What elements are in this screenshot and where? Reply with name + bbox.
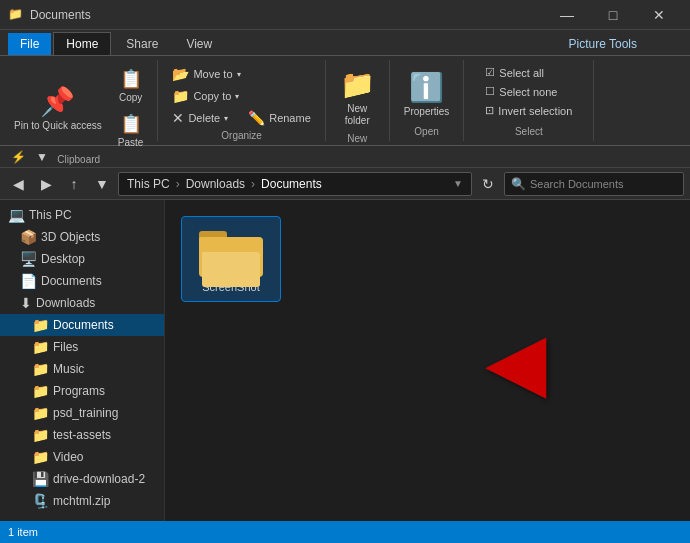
sidebar-icon-13: 🗜️: [32, 493, 49, 509]
select-none-icon: ☐: [485, 85, 495, 98]
move-icon: 📂: [172, 66, 189, 82]
select-all-icon: ☑: [485, 66, 495, 79]
open-buttons: ℹ️ Properties: [398, 64, 456, 124]
sidebar-icon-4: ⬇: [20, 295, 32, 311]
sidebar-item-test-assets[interactable]: 📁test-assets: [0, 424, 164, 446]
sidebar-icon-1: 📦: [20, 229, 37, 245]
sidebar-icon-0: 💻: [8, 207, 25, 223]
organize-label: Organize: [221, 130, 262, 141]
sidebar-icon-12: 💾: [32, 471, 49, 487]
tab-share[interactable]: Share: [113, 32, 171, 55]
folder-body: [199, 237, 263, 277]
sidebar-icon-8: 📁: [32, 383, 49, 399]
copy-to-icon: 📁: [172, 88, 189, 104]
ribbon: 📌 Pin to Quick access 📋 Copy 📋 Paste Cli…: [0, 56, 690, 146]
move-dropdown-icon: ▾: [237, 70, 241, 79]
new-folder-icon: 📁: [340, 68, 375, 101]
sidebar-icon-10: 📁: [32, 427, 49, 443]
select-label: Select: [515, 126, 543, 137]
invert-selection-button[interactable]: ⊡ Invert selection: [481, 102, 576, 119]
sidebar-item-3d-objects[interactable]: 📦3D Objects: [0, 226, 164, 248]
sidebar-item-programs[interactable]: 📁Programs: [0, 380, 164, 402]
clipboard-label: Clipboard: [57, 154, 100, 165]
tab-file[interactable]: File: [8, 33, 51, 55]
ribbon-group-new: 📁 Newfolder New: [326, 60, 390, 141]
title-bar: 📁 Documents — □ ✕: [0, 0, 690, 30]
tab-picture-tools[interactable]: Picture Tools: [556, 32, 650, 55]
breadcrumb-documents[interactable]: Documents: [261, 177, 322, 191]
ribbon-tabs: File Home Share View Picture Tools: [0, 30, 690, 56]
pin-icon: 📌: [40, 85, 75, 118]
status-text: 1 item: [8, 526, 38, 538]
sidebar-item-files[interactable]: 📁Files: [0, 336, 164, 358]
properties-icon: ℹ️: [409, 71, 444, 104]
sidebar-icon-9: 📁: [32, 405, 49, 421]
sidebar-icon-2: 🖥️: [20, 251, 37, 267]
copy-to-button[interactable]: 📁 Copy to ▾: [166, 86, 245, 106]
delete-icon: ✕: [172, 110, 184, 126]
ribbon-group-organize: 📂 Move to ▾ 📁 Copy to ▾ ✕ Delete ▾ ✏️ Re…: [158, 60, 325, 141]
recent-locations-button[interactable]: ▼: [90, 172, 114, 196]
folder-screenshot[interactable]: ScreenShot: [181, 216, 281, 302]
ribbon-group-clipboard: 📌 Pin to Quick access 📋 Copy 📋 Paste Cli…: [0, 60, 158, 141]
tab-view[interactable]: View: [173, 32, 225, 55]
address-dropdown-icon[interactable]: ▼: [453, 178, 463, 189]
sidebar-item-psdtraining[interactable]: 📁psd_training: [0, 402, 164, 424]
rename-button[interactable]: ✏️ Rename: [242, 108, 317, 128]
sidebar-item-drive-download-2[interactable]: 💾drive-download-2: [0, 468, 164, 490]
status-bar: 1 item: [0, 521, 690, 543]
sidebar-item-documents[interactable]: 📄Documents: [0, 270, 164, 292]
window-controls: — □ ✕: [544, 0, 682, 30]
copy-icon: 📋: [120, 68, 142, 90]
sidebar-item-video[interactable]: 📁Video: [0, 446, 164, 468]
search-icon: 🔍: [511, 177, 526, 191]
red-arrow-indicator: ◀: [485, 314, 547, 407]
pin-to-quick-access-button[interactable]: 📌 Pin to Quick access: [8, 81, 108, 136]
organize-buttons: 📂 Move to ▾ 📁 Copy to ▾ ✕ Delete ▾ ✏️ Re…: [166, 64, 316, 128]
window-title: Documents: [30, 8, 544, 22]
minimize-button[interactable]: —: [544, 0, 590, 30]
address-bar[interactable]: This PC › Downloads › Documents ▼: [118, 172, 472, 196]
new-label: New: [347, 133, 367, 144]
sidebar-icon-3: 📄: [20, 273, 37, 289]
refresh-button[interactable]: ↻: [476, 172, 500, 196]
sidebar: 💻This PC📦3D Objects🖥️Desktop📄Documents⬇D…: [0, 200, 165, 521]
sidebar-item-desktop[interactable]: 🖥️Desktop: [0, 248, 164, 270]
breadcrumb-downloads[interactable]: Downloads: [186, 177, 245, 191]
sidebar-item-this-pc[interactable]: 💻This PC: [0, 204, 164, 226]
forward-button[interactable]: ▶: [34, 172, 58, 196]
sidebar-icon-11: 📁: [32, 449, 49, 465]
paste-button[interactable]: 📋 Paste: [112, 109, 150, 152]
ribbon-group-open: ℹ️ Properties Open: [390, 60, 465, 141]
delete-rename-row: ✕ Delete ▾ ✏️ Rename: [166, 108, 316, 128]
move-to-button[interactable]: 📂 Move to ▾: [166, 64, 246, 84]
app-icon: 📁: [8, 7, 24, 23]
tab-home[interactable]: Home: [53, 32, 111, 55]
sidebar-item-music[interactable]: 📁Music: [0, 358, 164, 380]
new-buttons: 📁 Newfolder: [334, 64, 381, 131]
rename-icon: ✏️: [248, 110, 265, 126]
select-all-button[interactable]: ☑ Select all: [481, 64, 548, 81]
close-button[interactable]: ✕: [636, 0, 682, 30]
sidebar-item-documents[interactable]: 📁Documents: [0, 314, 164, 336]
properties-button[interactable]: ℹ️ Properties: [398, 67, 456, 121]
search-bar[interactable]: 🔍 Search Documents: [504, 172, 684, 196]
folder-body-inner: [202, 252, 260, 287]
sidebar-item-downloads[interactable]: ⬇Downloads: [0, 292, 164, 314]
qa-dropdown-button[interactable]: ▼: [32, 147, 52, 167]
new-folder-button[interactable]: 📁 Newfolder: [334, 64, 381, 131]
clipboard-buttons: 📌 Pin to Quick access 📋 Copy 📋 Paste: [8, 64, 149, 152]
sidebar-icon-6: 📁: [32, 339, 49, 355]
breadcrumb-this-pc[interactable]: This PC: [127, 177, 170, 191]
up-button[interactable]: ↑: [62, 172, 86, 196]
back-button[interactable]: ◀: [6, 172, 30, 196]
sidebar-item-mchtmlzip[interactable]: 🗜️mchtml.zip: [0, 490, 164, 512]
invert-icon: ⊡: [485, 104, 494, 117]
sidebar-icon-7: 📁: [32, 361, 49, 377]
select-none-button[interactable]: ☐ Select none: [481, 83, 561, 100]
navigation-bar: ◀ ▶ ↑ ▼ This PC › Downloads › Documents …: [0, 168, 690, 200]
file-area: ScreenShot ◀: [165, 200, 690, 521]
delete-button[interactable]: ✕ Delete ▾: [166, 108, 234, 128]
copy-button[interactable]: 📋 Copy: [112, 64, 150, 107]
maximize-button[interactable]: □: [590, 0, 636, 30]
